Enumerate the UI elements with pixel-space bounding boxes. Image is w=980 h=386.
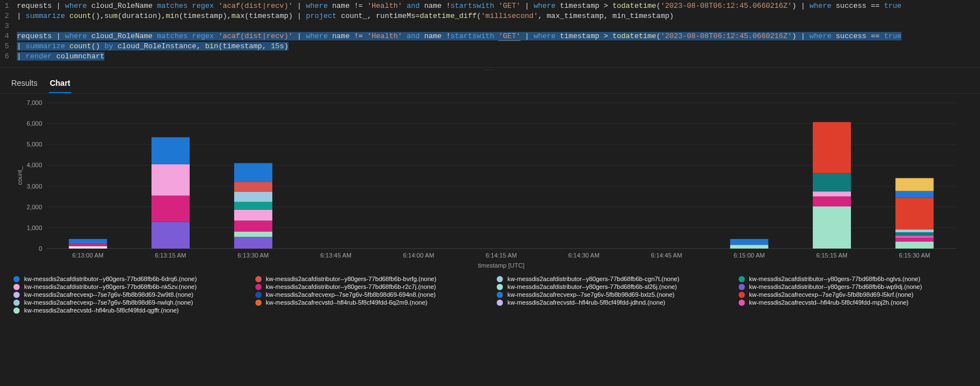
- legend-label: kw-messdis2acafdistributor--y80gers-77bd…: [24, 283, 196, 290]
- legend-label: kw-messdis2acafdistributor--y80gers-77bd…: [24, 275, 197, 282]
- code-content[interactable]: requests | where cloud_RoleName matches …: [15, 31, 980, 42]
- tab-results[interactable]: Results: [10, 76, 39, 93]
- bar-segment[interactable]: [730, 239, 768, 245]
- editor-line[interactable]: 6| render columnchart: [0, 52, 980, 62]
- bar-segment[interactable]: [234, 192, 272, 202]
- bar-segment[interactable]: [895, 178, 933, 191]
- bar-segment[interactable]: [234, 232, 272, 237]
- svg-text:6:14:45 AM: 6:14:45 AM: [651, 252, 683, 259]
- bar-segment[interactable]: [234, 182, 272, 192]
- bar-segment[interactable]: [152, 222, 190, 249]
- pane-splitter[interactable]: ····: [0, 67, 980, 72]
- legend-swatch-icon: [739, 276, 745, 282]
- bar-segment[interactable]: [813, 173, 851, 192]
- bar-segment[interactable]: [895, 238, 933, 241]
- svg-text:count_: count_: [16, 166, 23, 185]
- legend-item[interactable]: kw-messdis2acafrecvexp--7se7g6v-5fb8b98d…: [255, 291, 487, 298]
- bar-segment[interactable]: [234, 163, 272, 182]
- legend-label: kw-messdis2acafdistributor--y80gers-77bd…: [507, 283, 677, 290]
- legend-item[interactable]: kw-messdis2acafrecvstd--hfl4rub-5f8cf49f…: [255, 299, 487, 306]
- bar-segment[interactable]: [69, 243, 107, 246]
- legend-label: kw-messdis2acafdistributor--y80gers-77bd…: [266, 283, 436, 290]
- legend-label: kw-messdis2acafdistributor--y80gers-77bd…: [507, 275, 679, 282]
- editor-line[interactable]: 4requests | where cloud_RoleName matches…: [0, 31, 980, 42]
- bar-segment[interactable]: [813, 122, 851, 173]
- legend-swatch-icon: [739, 284, 745, 290]
- svg-text:3,000: 3,000: [26, 183, 42, 190]
- bar-segment[interactable]: [234, 210, 272, 220]
- legend-item[interactable]: kw-messdis2acafrecvexp--7se7g6v-5fb8b98d…: [13, 291, 245, 298]
- legend-item[interactable]: kw-messdis2acafdistributor--y80gers-77bd…: [13, 275, 245, 282]
- legend-label: kw-messdis2acafdistributor--y80gers-77bd…: [266, 275, 437, 282]
- legend-item[interactable]: kw-messdis2acafdistributor--y80gers-77bd…: [255, 275, 487, 282]
- legend-item[interactable]: kw-messdis2acafdistributor--y80gers-77bd…: [739, 283, 970, 290]
- tab-chart[interactable]: Chart: [49, 76, 72, 93]
- legend-item[interactable]: kw-messdis2acafdistributor--y80gers-77bd…: [497, 275, 729, 282]
- bar-segment[interactable]: [152, 137, 190, 164]
- legend-item[interactable]: kw-messdis2acafrecvexp--7se7g6v-5fb8b98d…: [497, 291, 729, 298]
- editor-line[interactable]: 2| summarize count(),sum(duration),min(t…: [0, 11, 980, 21]
- line-number: 5: [0, 42, 15, 52]
- legend-label: kw-messdis2acafrecvstd--hfl4rub-5f8cf49f…: [749, 299, 909, 306]
- bar-segment[interactable]: [895, 191, 933, 197]
- legend-label: kw-messdis2acafdistributor--y80gers-77bd…: [749, 275, 921, 282]
- editor-line[interactable]: 5| summarize count() by cloud_RoleInstan…: [0, 42, 980, 52]
- code-content[interactable]: | summarize count(),sum(duration),min(ti…: [15, 11, 980, 21]
- legend-item[interactable]: kw-messdis2acafrecvexp--7se7g6v-5fb8b98d…: [739, 291, 970, 298]
- legend-item[interactable]: kw-messdis2acafdistributor--y80gers-77bd…: [739, 275, 970, 282]
- svg-text:6,000: 6,000: [26, 120, 42, 127]
- legend-swatch-icon: [13, 307, 20, 314]
- svg-text:6:15:15 AM: 6:15:15 AM: [816, 252, 848, 259]
- bar-segment[interactable]: [234, 220, 272, 231]
- editor-line[interactable]: 3: [0, 21, 980, 31]
- bar-segment[interactable]: [895, 232, 933, 236]
- svg-text:6:14:15 AM: 6:14:15 AM: [486, 252, 517, 259]
- query-editor[interactable]: 1requests | where cloud_RoleName matches…: [0, 0, 980, 67]
- legend-label: kw-messdis2acafrecvexp--7se7g6v-5fb8b98d…: [24, 299, 193, 306]
- result-tabs: Results Chart: [0, 72, 980, 94]
- bar-segment[interactable]: [895, 197, 933, 229]
- bar-segment[interactable]: [895, 229, 933, 232]
- legend-label: kw-messdis2acafdistributor--y80gers-77bd…: [749, 283, 922, 290]
- bar-segment[interactable]: [152, 164, 190, 196]
- bar-segment[interactable]: [730, 245, 768, 249]
- legend-swatch-icon: [13, 284, 20, 290]
- column-chart[interactable]: 01,0002,0003,0004,0005,0006,0007,0006:13…: [8, 97, 972, 271]
- legend-label: kw-messdis2acafrecvexp--7se7g6v-5fb8b98d…: [266, 291, 436, 298]
- svg-text:7,000: 7,000: [26, 99, 42, 106]
- legend-item[interactable]: kw-messdis2acafdistributor--y80gers-77bd…: [13, 283, 245, 290]
- svg-text:6:13:30 AM: 6:13:30 AM: [237, 252, 269, 259]
- code-content[interactable]: | render columnchart: [15, 52, 980, 62]
- legend-item[interactable]: kw-messdis2acafrecvexp--7se7g6v-5fb8b98d…: [13, 299, 245, 306]
- chart-legend: kw-messdis2acafdistributor--y80gers-77bd…: [8, 271, 972, 317]
- code-content[interactable]: [15, 21, 980, 31]
- line-number: 3: [0, 21, 15, 31]
- svg-text:6:13:00 AM: 6:13:00 AM: [72, 252, 104, 259]
- legend-item[interactable]: kw-messdis2acafrecvstd--hfl4rub-5f8cf49f…: [13, 307, 245, 314]
- chart-panel: 01,0002,0003,0004,0005,0006,0007,0006:13…: [0, 94, 980, 386]
- bar-segment[interactable]: [234, 237, 272, 249]
- legend-item[interactable]: kw-messdis2acafrecvstd--hfl4rub-5f8cf49f…: [497, 299, 729, 306]
- legend-item[interactable]: kw-messdis2acafrecvstd--hfl4rub-5f8cf49f…: [739, 299, 970, 306]
- legend-swatch-icon: [13, 276, 20, 282]
- bar-segment[interactable]: [813, 191, 851, 196]
- code-content[interactable]: requests | where cloud_RoleName matches …: [15, 1, 980, 11]
- editor-line[interactable]: 1requests | where cloud_RoleName matches…: [0, 1, 980, 11]
- svg-text:6:14:30 AM: 6:14:30 AM: [568, 252, 599, 259]
- svg-text:2,000: 2,000: [26, 204, 42, 210]
- bar-segment[interactable]: [152, 196, 190, 222]
- legend-item[interactable]: kw-messdis2acafdistributor--y80gers-77bd…: [497, 283, 729, 290]
- bar-segment[interactable]: [813, 196, 851, 206]
- legend-item[interactable]: kw-messdis2acafdistributor--y80gers-77bd…: [255, 283, 487, 290]
- bar-segment[interactable]: [69, 239, 107, 243]
- bar-segment[interactable]: [234, 202, 272, 210]
- bar-segment[interactable]: [895, 236, 933, 238]
- bar-segment[interactable]: [813, 206, 851, 249]
- bar-segment[interactable]: [69, 246, 107, 249]
- code-content[interactable]: | summarize count() by cloud_RoleInstanc…: [15, 42, 980, 52]
- legend-label: kw-messdis2acafrecvexp--7se7g6v-5fb8b98d…: [749, 291, 914, 298]
- svg-text:6:13:45 AM: 6:13:45 AM: [320, 252, 352, 259]
- bar-segment[interactable]: [895, 241, 933, 249]
- legend-swatch-icon: [497, 276, 503, 282]
- svg-text:4,000: 4,000: [26, 162, 42, 168]
